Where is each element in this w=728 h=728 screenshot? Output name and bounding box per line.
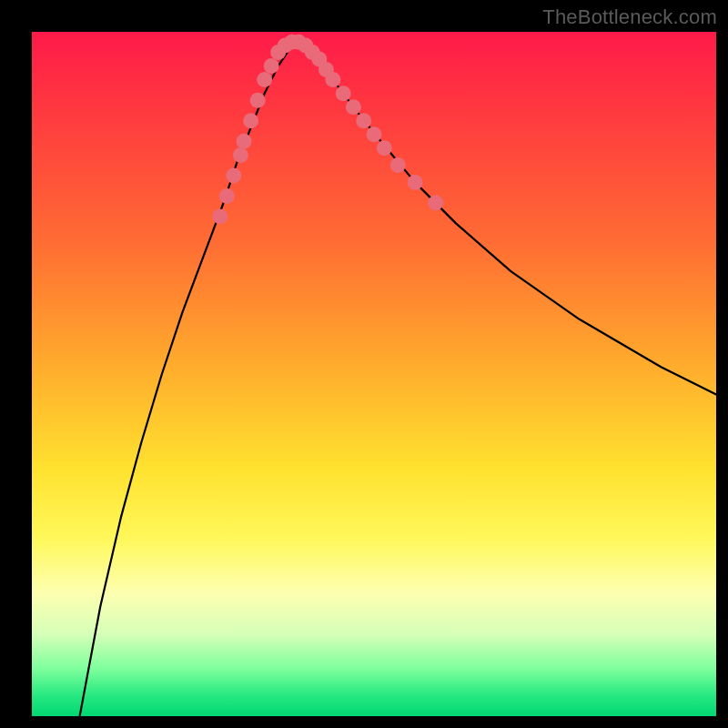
curve-marker — [408, 175, 423, 190]
curve-marker — [336, 86, 351, 101]
curve-marker — [356, 113, 371, 128]
curve-marker — [264, 58, 279, 74]
curve-marker — [233, 147, 248, 163]
curve-marker — [250, 93, 266, 108]
curve-marker — [257, 72, 272, 87]
curve-marker — [325, 72, 340, 87]
watermark-text: TheBottleneck.com — [542, 5, 717, 29]
curve-marker — [237, 134, 252, 149]
curve-marker — [428, 196, 443, 211]
curve-marker — [226, 167, 241, 183]
curve-marker — [390, 157, 406, 173]
curve-marker — [367, 126, 382, 142]
marker-group — [212, 35, 443, 225]
curve-marker — [219, 188, 235, 204]
chart-frame: TheBottleneck.com — [0, 0, 728, 728]
curve-marker — [243, 113, 258, 128]
plot-area — [32, 32, 716, 716]
bottleneck-curve — [80, 46, 716, 716]
curve-marker — [346, 99, 361, 115]
curve-marker — [377, 140, 392, 156]
curve-marker — [212, 209, 228, 225]
chart-svg — [32, 32, 716, 716]
